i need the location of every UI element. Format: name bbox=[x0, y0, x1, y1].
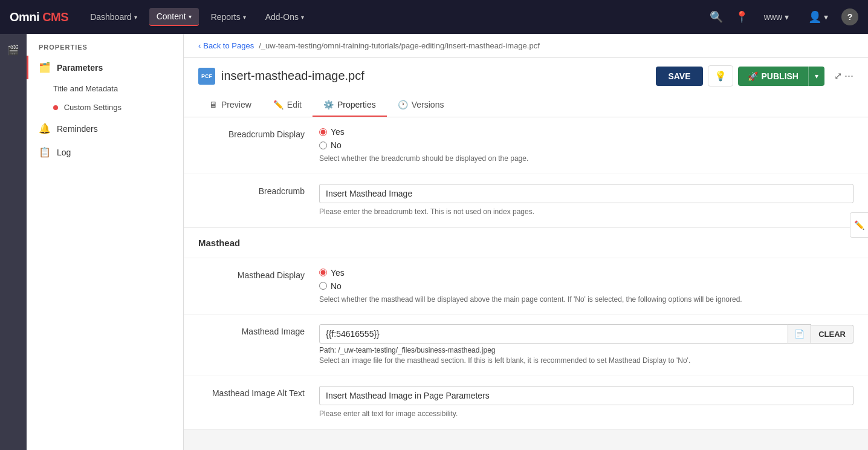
reports-chevron-icon: ▾ bbox=[243, 14, 246, 21]
header-right-actions: ⤢ ··· bbox=[834, 70, 853, 82]
masthead-display-label: Masthead Display bbox=[198, 268, 319, 280]
header-actions: SAVE 💡 🚀 PUBLISH ▾ ⤢ ··· bbox=[656, 65, 853, 86]
tabs: 🖥 Preview ✏️ Edit ⚙️ Properties 🕐 Versio… bbox=[198, 94, 853, 117]
publish-arrow-button[interactable]: ▾ bbox=[808, 67, 824, 86]
masthead-display-no-label: No bbox=[331, 281, 342, 291]
tab-properties[interactable]: ⚙️ Properties bbox=[313, 94, 387, 117]
page-header: PCF insert-masthead-image.pcf SAVE 💡 🚀 P… bbox=[184, 58, 868, 117]
masthead-image-file-button[interactable]: 📄 bbox=[788, 324, 811, 344]
masthead-image-file-row: 📄 CLEAR bbox=[319, 324, 853, 344]
logo-text: Omni CMS bbox=[10, 10, 68, 24]
breadcrumb-bar: ‹ Back to Pages /_uw-team-testing/omni-t… bbox=[184, 34, 868, 58]
pcf-icon: PCF bbox=[198, 68, 215, 85]
logo: Omni CMS bbox=[10, 10, 68, 24]
sidebar-header: PROPERTIES bbox=[27, 34, 183, 56]
user-avatar-icon: 👤 bbox=[808, 10, 821, 24]
masthead-display-help: Select whether the masthead will be disp… bbox=[319, 295, 853, 305]
sidebar-item-parameters[interactable]: 🗂️ Parameters bbox=[27, 56, 183, 79]
breadcrumb-display-yes-row: Yes bbox=[319, 127, 853, 137]
location-icon[interactable]: 📍 bbox=[733, 8, 751, 26]
user-menu[interactable]: 👤 ▾ bbox=[802, 7, 834, 27]
back-to-pages-link[interactable]: ‹ Back to Pages bbox=[198, 41, 254, 50]
parameters-icon: 🗂️ bbox=[39, 62, 51, 73]
breadcrumb-display-yes-label: Yes bbox=[331, 127, 345, 137]
masthead-display-yes-radio[interactable] bbox=[319, 269, 327, 276]
breadcrumb-display-help: Select whether the breadcrumb should be … bbox=[319, 154, 853, 164]
breadcrumb-path: /_uw-team-testing/omni-training-tutorial… bbox=[259, 41, 540, 50]
breadcrumb-display-control: Yes No Select whether the breadcrumb sho… bbox=[319, 127, 853, 164]
reminders-icon: 🔔 bbox=[39, 123, 51, 134]
expand-button[interactable]: ⤢ bbox=[834, 70, 842, 82]
breadcrumb-text-control: Please enter the breadcrumb text. This i… bbox=[319, 184, 853, 217]
addons-chevron-icon: ▾ bbox=[301, 14, 304, 21]
dashboard-chevron-icon: ▾ bbox=[134, 14, 137, 21]
sidebar-item-title-metadata[interactable]: Title and Metadata bbox=[27, 79, 183, 98]
save-button[interactable]: SAVE bbox=[656, 67, 702, 86]
main-content: ‹ Back to Pages /_uw-team-testing/omni-t… bbox=[184, 34, 868, 450]
masthead-display-no-row: No bbox=[319, 281, 853, 291]
page-title: insert-masthead-image.pcf bbox=[221, 69, 364, 83]
custom-settings-dot bbox=[53, 105, 58, 110]
masthead-alt-text-help: Please enter alt text for image accessib… bbox=[319, 409, 853, 419]
masthead-display-row: Masthead Display Yes No S bbox=[184, 258, 868, 315]
breadcrumb-display-label: Breadcrumb Display bbox=[198, 127, 319, 139]
publish-button-group: 🚀 PUBLISH ▾ bbox=[738, 67, 824, 86]
breadcrumb-display-yes-radio[interactable] bbox=[319, 128, 327, 136]
breadcrumb-display-no-radio[interactable] bbox=[319, 142, 327, 149]
tab-edit[interactable]: ✏️ Edit bbox=[262, 94, 313, 117]
search-icon[interactable]: 🔍 bbox=[707, 8, 725, 26]
masthead-display-control: Yes No Select whether the masthead will … bbox=[319, 268, 853, 305]
breadcrumb-display-no-label: No bbox=[331, 140, 342, 150]
sidebar-toggle-icon[interactable]: 🎬 bbox=[2, 39, 24, 60]
masthead-image-clear-button[interactable]: CLEAR bbox=[811, 325, 853, 344]
breadcrumb-form-section: Breadcrumb Display Yes No bbox=[184, 117, 868, 228]
edit-icon: ✏️ bbox=[273, 100, 283, 109]
sidebar-item-custom-settings[interactable]: Custom Settings bbox=[27, 98, 183, 117]
masthead-alt-text-control: Please enter alt text for image accessib… bbox=[319, 386, 853, 419]
www-chevron-icon: ▾ bbox=[785, 12, 789, 22]
publish-button[interactable]: 🚀 PUBLISH bbox=[738, 67, 808, 86]
masthead-image-help: Select an image file for the masthead se… bbox=[319, 356, 853, 366]
more-options-button[interactable]: ··· bbox=[844, 70, 853, 82]
sidebar-item-log[interactable]: 📋 Log bbox=[27, 140, 183, 164]
back-chevron-icon: ‹ bbox=[198, 41, 201, 50]
masthead-display-yes-row: Yes bbox=[319, 268, 853, 278]
properties-icon: ⚙️ bbox=[323, 100, 334, 109]
masthead-section-title: Masthead bbox=[184, 228, 868, 258]
sidebar: PROPERTIES 🗂️ Parameters Title and Metad… bbox=[27, 34, 184, 450]
masthead-display-radio-group: Yes No bbox=[319, 268, 853, 291]
log-icon: 📋 bbox=[39, 146, 51, 158]
idea-button[interactable]: 💡 bbox=[708, 65, 733, 86]
masthead-alt-text-label: Masthead Image Alt Text bbox=[198, 386, 319, 398]
www-selector[interactable]: www ▾ bbox=[758, 8, 795, 25]
masthead-image-input[interactable] bbox=[319, 324, 788, 344]
masthead-image-label: Masthead Image bbox=[198, 324, 319, 336]
nav-addons[interactable]: Add-Ons ▾ bbox=[258, 8, 311, 25]
masthead-alt-text-row: Masthead Image Alt Text Please enter alt… bbox=[184, 376, 868, 429]
nav-content[interactable]: Content ▾ bbox=[149, 8, 199, 26]
sidebar-item-reminders[interactable]: 🔔 Reminders bbox=[27, 117, 183, 140]
breadcrumb-text-label: Breadcrumb bbox=[198, 184, 319, 196]
masthead-image-row: Masthead Image 📄 CLEAR Path: /_uw-team-t… bbox=[184, 315, 868, 376]
sidebar-icon-bar: 🎬 bbox=[0, 34, 27, 450]
masthead-image-control: 📄 CLEAR Path: /_uw-team-testing/_files/b… bbox=[319, 324, 853, 366]
breadcrumb-text-input[interactable] bbox=[319, 184, 853, 203]
breadcrumb-display-radio-group: Yes No bbox=[319, 127, 853, 150]
publish-icon: 🚀 bbox=[748, 71, 758, 81]
masthead-alt-text-input[interactable] bbox=[319, 386, 853, 405]
tab-preview[interactable]: 🖥 Preview bbox=[198, 94, 262, 117]
preview-icon: 🖥 bbox=[209, 100, 218, 109]
nav-reports[interactable]: Reports ▾ bbox=[204, 8, 253, 25]
help-icon[interactable]: ? bbox=[841, 8, 858, 25]
breadcrumb-display-row: Breadcrumb Display Yes No bbox=[184, 117, 868, 174]
masthead-display-no-radio[interactable] bbox=[319, 282, 327, 290]
user-chevron-icon: ▾ bbox=[824, 12, 828, 22]
masthead-form-section: Masthead Masthead Display Yes No bbox=[184, 228, 868, 430]
breadcrumb-display-no-row: No bbox=[319, 140, 853, 150]
right-panel-toggle[interactable]: ✏️ bbox=[850, 212, 868, 238]
breadcrumb-text-help: Please enter the breadcrumb text. This i… bbox=[319, 207, 853, 217]
masthead-image-path: Path: /_uw-team-testing/_files/business-… bbox=[319, 346, 853, 354]
breadcrumb-text-row: Breadcrumb Please enter the breadcrumb t… bbox=[184, 174, 868, 227]
tab-versions[interactable]: 🕐 Versions bbox=[387, 94, 455, 117]
nav-dashboard[interactable]: Dashboard ▾ bbox=[83, 8, 144, 25]
